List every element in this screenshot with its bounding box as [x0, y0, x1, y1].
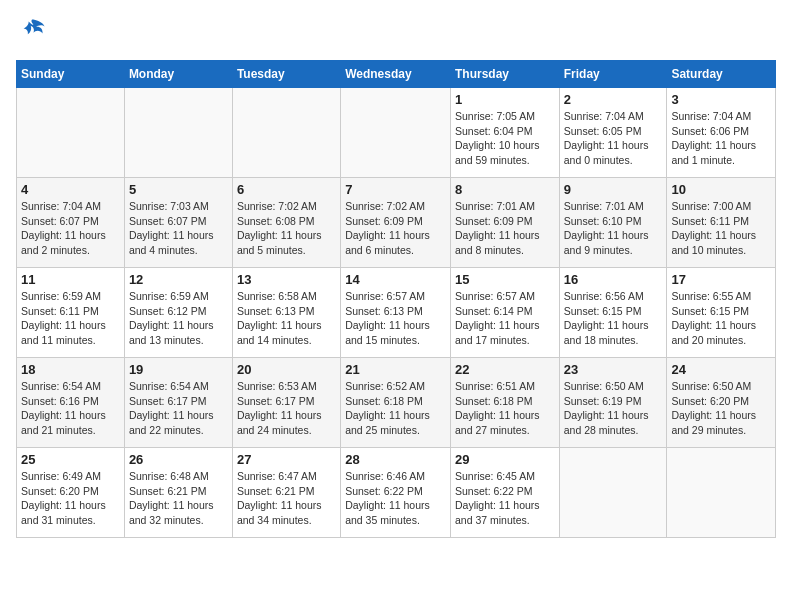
day-number: 7 — [345, 182, 446, 197]
day-info: Sunrise: 6:57 AM Sunset: 6:14 PM Dayligh… — [455, 289, 555, 348]
calendar-cell: 7Sunrise: 7:02 AM Sunset: 6:09 PM Daylig… — [341, 178, 451, 268]
calendar-table: SundayMondayTuesdayWednesdayThursdayFrid… — [16, 60, 776, 538]
calendar-cell: 29Sunrise: 6:45 AM Sunset: 6:22 PM Dayli… — [450, 448, 559, 538]
weekday-header-sunday: Sunday — [17, 61, 125, 88]
day-info: Sunrise: 6:58 AM Sunset: 6:13 PM Dayligh… — [237, 289, 336, 348]
calendar-cell: 20Sunrise: 6:53 AM Sunset: 6:17 PM Dayli… — [232, 358, 340, 448]
day-info: Sunrise: 6:54 AM Sunset: 6:17 PM Dayligh… — [129, 379, 228, 438]
day-number: 16 — [564, 272, 663, 287]
day-info: Sunrise: 6:50 AM Sunset: 6:19 PM Dayligh… — [564, 379, 663, 438]
calendar-cell: 1Sunrise: 7:05 AM Sunset: 6:04 PM Daylig… — [450, 88, 559, 178]
calendar-cell: 5Sunrise: 7:03 AM Sunset: 6:07 PM Daylig… — [124, 178, 232, 268]
day-info: Sunrise: 6:45 AM Sunset: 6:22 PM Dayligh… — [455, 469, 555, 528]
calendar-cell: 25Sunrise: 6:49 AM Sunset: 6:20 PM Dayli… — [17, 448, 125, 538]
day-info: Sunrise: 7:04 AM Sunset: 6:05 PM Dayligh… — [564, 109, 663, 168]
day-info: Sunrise: 6:56 AM Sunset: 6:15 PM Dayligh… — [564, 289, 663, 348]
calendar-cell: 24Sunrise: 6:50 AM Sunset: 6:20 PM Dayli… — [667, 358, 776, 448]
calendar-cell: 10Sunrise: 7:00 AM Sunset: 6:11 PM Dayli… — [667, 178, 776, 268]
day-info: Sunrise: 6:46 AM Sunset: 6:22 PM Dayligh… — [345, 469, 446, 528]
day-number: 3 — [671, 92, 771, 107]
day-number: 2 — [564, 92, 663, 107]
day-info: Sunrise: 6:51 AM Sunset: 6:18 PM Dayligh… — [455, 379, 555, 438]
day-number: 10 — [671, 182, 771, 197]
day-info: Sunrise: 6:52 AM Sunset: 6:18 PM Dayligh… — [345, 379, 446, 438]
day-info: Sunrise: 7:05 AM Sunset: 6:04 PM Dayligh… — [455, 109, 555, 168]
calendar-cell: 3Sunrise: 7:04 AM Sunset: 6:06 PM Daylig… — [667, 88, 776, 178]
day-info: Sunrise: 7:03 AM Sunset: 6:07 PM Dayligh… — [129, 199, 228, 258]
calendar-cell: 9Sunrise: 7:01 AM Sunset: 6:10 PM Daylig… — [559, 178, 667, 268]
day-info: Sunrise: 7:01 AM Sunset: 6:10 PM Dayligh… — [564, 199, 663, 258]
day-info: Sunrise: 7:02 AM Sunset: 6:08 PM Dayligh… — [237, 199, 336, 258]
calendar-cell: 22Sunrise: 6:51 AM Sunset: 6:18 PM Dayli… — [450, 358, 559, 448]
day-number: 13 — [237, 272, 336, 287]
day-info: Sunrise: 7:00 AM Sunset: 6:11 PM Dayligh… — [671, 199, 771, 258]
day-number: 5 — [129, 182, 228, 197]
calendar-cell — [17, 88, 125, 178]
day-number: 24 — [671, 362, 771, 377]
day-number: 23 — [564, 362, 663, 377]
weekday-header-thursday: Thursday — [450, 61, 559, 88]
calendar-cell: 23Sunrise: 6:50 AM Sunset: 6:19 PM Dayli… — [559, 358, 667, 448]
day-info: Sunrise: 6:47 AM Sunset: 6:21 PM Dayligh… — [237, 469, 336, 528]
weekday-header-monday: Monday — [124, 61, 232, 88]
weekday-header-friday: Friday — [559, 61, 667, 88]
day-info: Sunrise: 6:49 AM Sunset: 6:20 PM Dayligh… — [21, 469, 120, 528]
day-number: 18 — [21, 362, 120, 377]
calendar-cell — [232, 88, 340, 178]
day-number: 9 — [564, 182, 663, 197]
day-info: Sunrise: 6:54 AM Sunset: 6:16 PM Dayligh… — [21, 379, 120, 438]
day-info: Sunrise: 7:02 AM Sunset: 6:09 PM Dayligh… — [345, 199, 446, 258]
day-number: 8 — [455, 182, 555, 197]
calendar-cell — [559, 448, 667, 538]
calendar-cell: 13Sunrise: 6:58 AM Sunset: 6:13 PM Dayli… — [232, 268, 340, 358]
day-info: Sunrise: 6:59 AM Sunset: 6:12 PM Dayligh… — [129, 289, 228, 348]
calendar-cell: 17Sunrise: 6:55 AM Sunset: 6:15 PM Dayli… — [667, 268, 776, 358]
day-number: 28 — [345, 452, 446, 467]
calendar-cell: 15Sunrise: 6:57 AM Sunset: 6:14 PM Dayli… — [450, 268, 559, 358]
day-number: 4 — [21, 182, 120, 197]
calendar-cell: 27Sunrise: 6:47 AM Sunset: 6:21 PM Dayli… — [232, 448, 340, 538]
day-number: 6 — [237, 182, 336, 197]
day-info: Sunrise: 6:59 AM Sunset: 6:11 PM Dayligh… — [21, 289, 120, 348]
calendar-cell: 6Sunrise: 7:02 AM Sunset: 6:08 PM Daylig… — [232, 178, 340, 268]
day-number: 20 — [237, 362, 336, 377]
calendar-week-row: 4Sunrise: 7:04 AM Sunset: 6:07 PM Daylig… — [17, 178, 776, 268]
day-info: Sunrise: 6:57 AM Sunset: 6:13 PM Dayligh… — [345, 289, 446, 348]
calendar-cell: 4Sunrise: 7:04 AM Sunset: 6:07 PM Daylig… — [17, 178, 125, 268]
day-number: 11 — [21, 272, 120, 287]
calendar-cell: 16Sunrise: 6:56 AM Sunset: 6:15 PM Dayli… — [559, 268, 667, 358]
calendar-cell: 8Sunrise: 7:01 AM Sunset: 6:09 PM Daylig… — [450, 178, 559, 268]
calendar-week-row: 25Sunrise: 6:49 AM Sunset: 6:20 PM Dayli… — [17, 448, 776, 538]
calendar-cell: 21Sunrise: 6:52 AM Sunset: 6:18 PM Dayli… — [341, 358, 451, 448]
day-number: 26 — [129, 452, 228, 467]
day-number: 19 — [129, 362, 228, 377]
calendar-cell: 28Sunrise: 6:46 AM Sunset: 6:22 PM Dayli… — [341, 448, 451, 538]
calendar-week-row: 18Sunrise: 6:54 AM Sunset: 6:16 PM Dayli… — [17, 358, 776, 448]
calendar-cell: 12Sunrise: 6:59 AM Sunset: 6:12 PM Dayli… — [124, 268, 232, 358]
calendar-cell: 19Sunrise: 6:54 AM Sunset: 6:17 PM Dayli… — [124, 358, 232, 448]
day-info: Sunrise: 6:53 AM Sunset: 6:17 PM Dayligh… — [237, 379, 336, 438]
day-info: Sunrise: 6:48 AM Sunset: 6:21 PM Dayligh… — [129, 469, 228, 528]
day-info: Sunrise: 7:04 AM Sunset: 6:07 PM Dayligh… — [21, 199, 120, 258]
day-number: 27 — [237, 452, 336, 467]
calendar-cell — [341, 88, 451, 178]
day-number: 29 — [455, 452, 555, 467]
weekday-header-row: SundayMondayTuesdayWednesdayThursdayFrid… — [17, 61, 776, 88]
weekday-header-wednesday: Wednesday — [341, 61, 451, 88]
calendar-cell: 26Sunrise: 6:48 AM Sunset: 6:21 PM Dayli… — [124, 448, 232, 538]
day-number: 17 — [671, 272, 771, 287]
day-number: 25 — [21, 452, 120, 467]
weekday-header-saturday: Saturday — [667, 61, 776, 88]
page-header — [16, 16, 776, 48]
calendar-cell: 18Sunrise: 6:54 AM Sunset: 6:16 PM Dayli… — [17, 358, 125, 448]
calendar-week-row: 1Sunrise: 7:05 AM Sunset: 6:04 PM Daylig… — [17, 88, 776, 178]
day-info: Sunrise: 6:50 AM Sunset: 6:20 PM Dayligh… — [671, 379, 771, 438]
logo — [16, 16, 46, 48]
calendar-cell — [667, 448, 776, 538]
day-number: 22 — [455, 362, 555, 377]
day-number: 12 — [129, 272, 228, 287]
day-info: Sunrise: 7:04 AM Sunset: 6:06 PM Dayligh… — [671, 109, 771, 168]
day-info: Sunrise: 6:55 AM Sunset: 6:15 PM Dayligh… — [671, 289, 771, 348]
day-number: 1 — [455, 92, 555, 107]
calendar-week-row: 11Sunrise: 6:59 AM Sunset: 6:11 PM Dayli… — [17, 268, 776, 358]
